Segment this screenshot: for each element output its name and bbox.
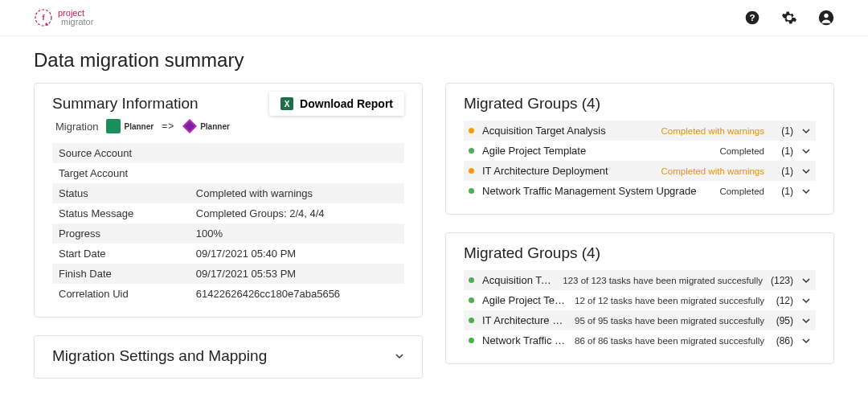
summary-row: Progress100% [52, 223, 404, 244]
account-icon[interactable] [818, 10, 834, 26]
chevron-down-icon [395, 351, 404, 361]
help-icon[interactable]: ? [744, 10, 760, 26]
summary-value [190, 143, 404, 163]
svg-point-5 [824, 14, 828, 18]
summary-value: 100% [190, 223, 404, 244]
header-actions: ? [744, 10, 834, 26]
group-row[interactable]: IT Architecture DeploymentCompleted with… [464, 161, 816, 181]
group-name: Agile Project Template [482, 294, 567, 306]
summary-row: Start Date09/17/2021 05:40 PM [52, 244, 404, 264]
group-row[interactable]: Agile Project TemplateCompleted(1) [464, 141, 816, 161]
summary-row: StatusCompleted with warnings [52, 183, 404, 203]
status-dot-ok [469, 148, 474, 154]
group-count: (1) [772, 186, 793, 197]
group-status: Completed with warnings [661, 166, 764, 176]
group-name: Acquisition Target Analysis [482, 125, 653, 137]
group-name: Network Traffic Management System Upgrad… [482, 334, 567, 346]
svg-text:f: f [43, 14, 46, 22]
group-status: 86 of 86 tasks have been migrated succes… [575, 336, 764, 346]
chevron-down-icon [801, 126, 811, 136]
group-name: IT Architecture Deployment [482, 314, 567, 326]
group-name: Acquisition Target Analysis [482, 274, 555, 286]
brand-text: project migrator [58, 9, 93, 27]
logo-icon: f [34, 8, 53, 27]
summary-value: 09/17/2021 05:40 PM [190, 244, 404, 264]
brand-logo[interactable]: f project migrator [34, 8, 93, 27]
group-count: (86) [772, 335, 793, 346]
settings-card[interactable]: Migration Settings and Mapping [34, 335, 423, 379]
status-dot-ok [469, 277, 474, 283]
group-count: (12) [772, 295, 793, 306]
summary-card: Summary Information Migration Planner =>… [34, 83, 423, 318]
group-status: Completed [719, 146, 764, 156]
summary-row: Source Account [52, 143, 404, 163]
group-count: (95) [772, 315, 793, 326]
group-row[interactable]: Agile Project Template12 of 12 tasks hav… [464, 290, 816, 310]
migrated-groups-card-1: Migrated Groups (4) Acquisition Target A… [445, 83, 834, 215]
group-status: Completed with warnings [661, 126, 764, 136]
group-count: (1) [772, 166, 793, 177]
planner-target-icon [182, 119, 197, 133]
summary-row: Status MessageCompleted Groups: 2/4, 4/4 [52, 203, 404, 223]
summary-key: Correlation Uid [52, 284, 190, 304]
status-dot-ok [469, 297, 474, 303]
group-count: (123) [771, 275, 793, 286]
summary-table: Source AccountTarget AccountStatusComple… [52, 143, 404, 304]
summary-key: Finish Date [52, 264, 190, 284]
group-name: Network Traffic Management System Upgrad… [482, 185, 711, 197]
chevron-down-icon [801, 276, 811, 285]
summary-value: Completed Groups: 2/4, 4/4 [190, 203, 404, 223]
page-title: Data migration summary [34, 49, 834, 72]
group-count: (1) [772, 145, 793, 157]
chevron-down-icon [801, 146, 811, 156]
planner-source-icon [106, 119, 121, 133]
status-dot-warning [469, 168, 474, 174]
group-count: (1) [772, 125, 793, 137]
svg-text:?: ? [749, 12, 755, 23]
arrow-icon: => [162, 121, 174, 132]
summary-value: 61422626426cc180e7aba5656 [190, 284, 404, 304]
summary-row: Finish Date09/17/2021 05:53 PM [52, 264, 404, 284]
summary-value: 09/17/2021 05:53 PM [190, 264, 404, 284]
chevron-down-icon [801, 336, 811, 346]
target-app-badge: Planner [182, 119, 230, 133]
group-name: Agile Project Template [482, 145, 711, 157]
app-header: f project migrator ? [0, 0, 868, 36]
chevron-down-icon [801, 296, 811, 305]
group-row[interactable]: Network Traffic Management System Upgrad… [464, 330, 816, 350]
group-status: 12 of 12 tasks have been migrated succes… [575, 296, 764, 305]
migration-row: Migration Planner => Planner [55, 119, 230, 133]
group-status: 123 of 123 tasks have been migrated succ… [563, 276, 763, 285]
status-dot-warning [469, 128, 474, 133]
gear-icon[interactable] [781, 10, 797, 26]
summary-row: Target Account [52, 163, 404, 183]
summary-value: Completed with warnings [190, 183, 404, 203]
status-dot-ok [469, 188, 474, 194]
summary-key: Progress [52, 223, 190, 244]
summary-title: Summary Information [52, 95, 230, 113]
svg-text:X: X [285, 100, 290, 109]
migrated-groups-card-2: Migrated Groups (4) Acquisition Target A… [445, 232, 834, 364]
summary-value [190, 163, 404, 183]
summary-row: Correlation Uid61422626426cc180e7aba5656 [52, 284, 404, 304]
summary-key: Start Date [52, 244, 190, 264]
group-row[interactable]: Network Traffic Management System Upgrad… [464, 181, 816, 201]
chevron-down-icon [801, 316, 811, 326]
summary-key: Source Account [52, 143, 190, 163]
groups1-title: Migrated Groups (4) [464, 95, 816, 113]
group-status: Completed [719, 186, 764, 196]
source-app-badge: Planner [106, 119, 154, 133]
chevron-down-icon [801, 186, 811, 196]
status-dot-ok [469, 338, 474, 343]
group-status: 95 of 95 tasks have been migrated succes… [575, 316, 764, 326]
group-row[interactable]: Acquisition Target AnalysisCompleted wit… [464, 121, 816, 141]
group-row[interactable]: Acquisition Target Analysis123 of 123 ta… [464, 270, 816, 290]
summary-key: Target Account [52, 163, 190, 183]
download-report-button[interactable]: X Download Report [269, 92, 404, 116]
summary-key: Status Message [52, 203, 190, 223]
status-dot-ok [469, 318, 474, 323]
group-row[interactable]: IT Architecture Deployment95 of 95 tasks… [464, 310, 816, 330]
groups2-title: Migrated Groups (4) [464, 244, 816, 262]
summary-key: Status [52, 183, 190, 203]
migration-label: Migration [55, 121, 98, 133]
